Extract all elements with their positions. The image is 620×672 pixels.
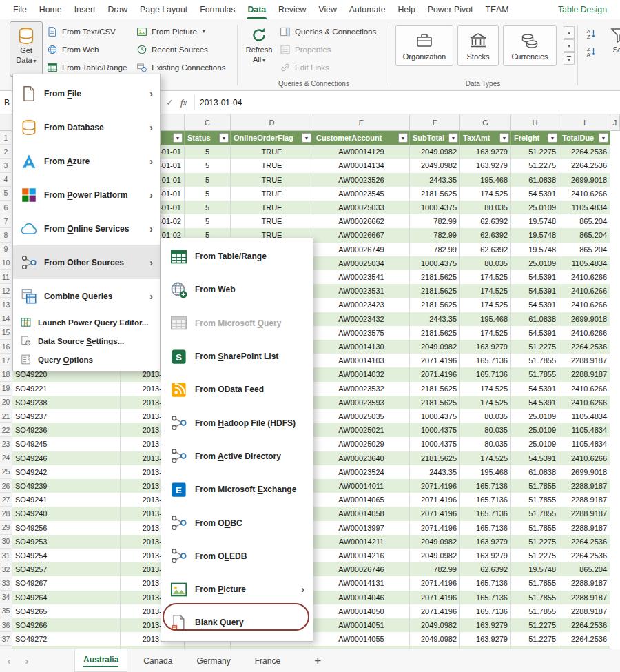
grid-cell[interactable]: 174.525 xyxy=(460,396,511,409)
row-header[interactable]: 21 xyxy=(0,409,12,423)
submenu-item-from-table-range[interactable]: From Table/Range xyxy=(161,240,313,273)
grid-cell[interactable]: 2288.9187 xyxy=(559,591,610,604)
sheet-tab-australia[interactable]: Australia xyxy=(74,649,127,672)
menu-item-from-power-platform[interactable]: From Power Platform› xyxy=(13,178,160,212)
grid-cell[interactable]: 2049.0982 xyxy=(410,618,460,632)
grid-cell[interactable]: 2049.0982 xyxy=(410,340,460,354)
grid-cell[interactable]: 2071.4196 xyxy=(410,604,460,618)
grid-cell[interactable]: TRUE xyxy=(231,173,313,187)
row-header[interactable]: 35 xyxy=(0,604,12,618)
grid-cell[interactable]: 2288.9187 xyxy=(559,367,610,381)
grid-cell[interactable]: AW00023545 xyxy=(313,187,410,201)
grid-cell[interactable] xyxy=(610,159,620,172)
grid-cell[interactable]: 54.5391 xyxy=(511,187,559,201)
grid-cell[interactable]: 25.0109 xyxy=(511,437,559,451)
grid-cell[interactable] xyxy=(610,451,620,465)
grid-cell[interactable]: AW00026667 xyxy=(313,228,410,242)
grid-cell[interactable]: AW00023640 xyxy=(313,451,410,465)
grid-cell[interactable]: 2181.5625 xyxy=(410,284,460,298)
grid-cell[interactable]: 2410.6266 xyxy=(559,284,610,298)
grid-cell[interactable] xyxy=(610,618,620,632)
grid-cell[interactable]: 2410.6266 xyxy=(559,187,610,201)
column-header-d[interactable]: D xyxy=(231,114,313,131)
table-header-cell[interactable]: TotalDue▼ xyxy=(559,131,610,145)
grid-cell[interactable]: 165.7136 xyxy=(460,521,511,535)
grid-cell[interactable]: SO49245 xyxy=(12,437,121,451)
from-text-csv-button[interactable]: From Text/CSV xyxy=(44,24,130,39)
grid-cell[interactable]: 174.525 xyxy=(460,382,511,396)
grid-cell[interactable] xyxy=(610,131,620,145)
grid-cell[interactable]: 2181.5625 xyxy=(410,382,460,396)
grid-cell[interactable]: 2288.9187 xyxy=(559,521,610,535)
row-header[interactable]: 4 xyxy=(0,173,12,187)
sheet-nav-next-icon[interactable]: › xyxy=(18,649,36,672)
grid-cell[interactable]: 54.5391 xyxy=(511,270,559,284)
grid-cell[interactable]: 2410.6266 xyxy=(559,298,610,312)
grid-cell[interactable]: 2049.0982 xyxy=(410,535,460,549)
ribbon-tab-table-design[interactable]: Table Design xyxy=(552,0,613,19)
grid-cell[interactable]: 80.035 xyxy=(460,409,511,423)
row-header[interactable]: 18 xyxy=(0,367,12,381)
grid-cell[interactable]: 2071.4196 xyxy=(410,521,460,535)
grid-cell[interactable]: 2410.6266 xyxy=(559,396,610,409)
filter-button[interactable]: ▼ xyxy=(173,133,183,143)
grid-cell[interactable]: 2264.2536 xyxy=(559,535,610,549)
grid-cell[interactable]: AW00023532 xyxy=(313,382,410,396)
row-header[interactable]: 24 xyxy=(0,451,12,465)
grid-cell[interactable]: 174.525 xyxy=(460,326,511,340)
grid-cell[interactable]: 54.5391 xyxy=(511,298,559,312)
table-header-cell[interactable]: OnlineOrderFlag▼ xyxy=(231,131,313,145)
menu-item-from-online-services[interactable]: From Online Services› xyxy=(13,212,160,245)
grid-cell[interactable]: AW00014129 xyxy=(313,145,410,159)
grid-cell[interactable]: 2264.2536 xyxy=(559,340,610,354)
grid-cell[interactable]: TRUE xyxy=(231,159,313,172)
grid-cell[interactable] xyxy=(610,243,620,256)
row-header[interactable]: 26 xyxy=(0,479,12,493)
grid-cell[interactable]: 163.9279 xyxy=(460,145,511,159)
grid-cell[interactable] xyxy=(610,340,620,354)
column-header-c[interactable]: C xyxy=(185,114,231,131)
grid-cell[interactable]: 165.7136 xyxy=(460,576,511,590)
grid-cell[interactable]: 2181.5625 xyxy=(410,451,460,465)
menu-item-from-file[interactable]: From File› xyxy=(13,77,160,110)
row-header[interactable]: 30 xyxy=(0,535,12,549)
row-header[interactable]: 34 xyxy=(0,591,12,604)
grid-cell[interactable]: SO49236 xyxy=(12,423,121,437)
grid-cell[interactable]: 5 xyxy=(185,145,231,159)
row-header[interactable]: 28 xyxy=(0,507,12,520)
grid-cell[interactable]: 1105.4834 xyxy=(559,409,610,423)
grid-cell[interactable]: 165.7136 xyxy=(460,493,511,507)
menu-item-from-other-sources[interactable]: From Other Sources› xyxy=(13,245,160,279)
grid-cell[interactable]: 5 xyxy=(185,201,231,214)
submenu-item-from-sharepoint-list[interactable]: SFrom SharePoint List xyxy=(161,340,313,373)
grid-cell[interactable]: 195.468 xyxy=(460,312,511,326)
grid-cell[interactable]: 80.035 xyxy=(460,437,511,451)
table-header-cell[interactable]: TaxAmt▼ xyxy=(460,131,511,145)
grid-cell[interactable]: 2071.4196 xyxy=(410,367,460,381)
submenu-item-blank-query[interactable]: Blank Query xyxy=(161,606,313,639)
grid-cell[interactable] xyxy=(610,201,620,214)
grid-cell[interactable]: SO49238 xyxy=(12,396,121,409)
row-header[interactable]: 25 xyxy=(0,465,12,479)
grid-cell[interactable] xyxy=(610,549,620,562)
grid-cell[interactable]: 25.0109 xyxy=(511,423,559,437)
grid-cell[interactable]: SO49265 xyxy=(12,604,121,618)
grid-cell[interactable]: AW00014216 xyxy=(313,549,410,562)
grid-cell[interactable]: 195.468 xyxy=(460,173,511,187)
table-header-cell[interactable]: Freight▼ xyxy=(511,131,559,145)
grid-cell[interactable]: 19.5748 xyxy=(511,562,559,576)
row-header[interactable]: 1 xyxy=(0,131,12,145)
grid-cell[interactable]: 2288.9187 xyxy=(559,354,610,367)
grid-cell[interactable]: 782.99 xyxy=(410,214,460,228)
grid-cell[interactable] xyxy=(610,396,620,409)
grid-cell[interactable] xyxy=(610,382,620,396)
submenu-item-from-picture[interactable]: From Picture› xyxy=(161,573,313,606)
submenu-item-from-oledb[interactable]: From OLEDB xyxy=(161,540,313,573)
grid-cell[interactable]: TRUE xyxy=(231,201,313,214)
select-all-corner[interactable] xyxy=(0,114,12,131)
sort-button[interactable]: Sor xyxy=(602,21,620,77)
row-header[interactable]: 19 xyxy=(0,382,12,396)
ribbon-tab-help[interactable]: Help xyxy=(391,0,421,19)
row-header[interactable]: 16 xyxy=(0,340,12,354)
grid-cell[interactable]: 165.7136 xyxy=(460,479,511,493)
